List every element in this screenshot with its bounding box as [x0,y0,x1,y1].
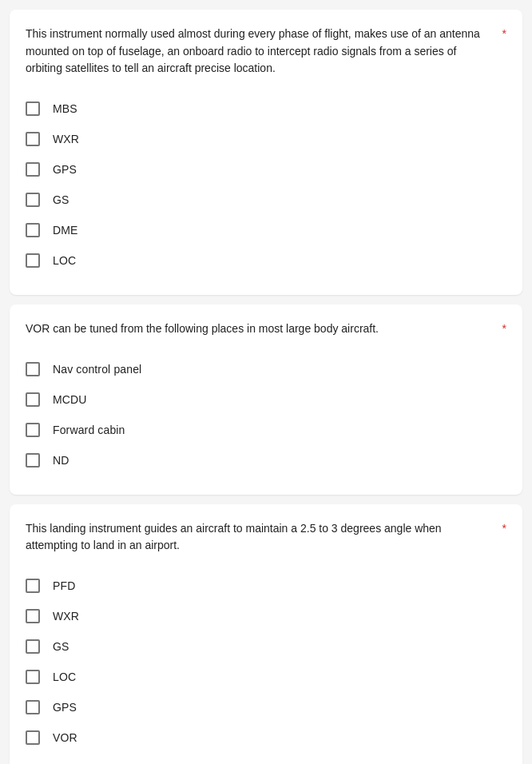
option-label-q2_mcdu: MCDU [53,393,87,406]
option-item-q3_gs[interactable]: GS [26,631,506,662]
question-card-2: VOR can be tuned from the following plac… [10,304,522,495]
option-label-q1_gps: GPS [53,163,77,176]
checkbox-q1_gs[interactable] [26,193,40,207]
option-item-q1_gps[interactable]: GPS [26,154,506,185]
checkbox-q1_loc[interactable] [26,253,40,268]
checkbox-q1_wxr[interactable] [26,132,40,146]
option-label-q3_gps: GPS [53,701,77,714]
checkbox-q2_fc[interactable] [26,423,40,437]
checkbox-q1_gps[interactable] [26,162,40,177]
question-text-1: This instrument normally used almost dur… [26,26,506,78]
option-item-q2_nd[interactable]: ND [26,445,506,476]
option-item-q2_nav[interactable]: Nav control panel [26,354,506,384]
question-text-3: This landing instrument guides an aircra… [26,520,506,555]
checkbox-q2_nav[interactable] [26,362,40,376]
option-label-q2_fc: Forward cabin [53,424,125,436]
option-label-q1_loc: LOC [53,254,76,267]
option-item-q1_mbs[interactable]: MBS [26,94,506,124]
options-list-2: Nav control panelMCDUForward cabinND [26,354,506,476]
option-item-q2_fc[interactable]: Forward cabin [26,415,506,445]
checkbox-q3_wxr[interactable] [26,609,40,623]
option-label-q3_vor: VOR [53,731,77,744]
checkbox-q3_gps[interactable] [26,700,40,714]
option-item-q3_loc[interactable]: LOC [26,662,506,692]
question-text-2: VOR can be tuned from the following plac… [26,320,506,338]
checkbox-q1_dme[interactable] [26,223,40,237]
option-label-q3_gs: GS [53,640,69,653]
required-star-1: * [502,26,506,43]
option-item-q3_wxr[interactable]: WXR [26,601,506,631]
option-label-q3_wxr: WXR [53,610,79,623]
required-star-3: * [502,520,506,538]
option-label-q3_loc: LOC [53,670,76,683]
option-label-q1_mbs: MBS [53,102,77,115]
page-container: This instrument normally used almost dur… [0,0,532,764]
option-label-q3_pfd: PFD [53,579,75,592]
option-item-q3_gps[interactable]: GPS [26,692,506,722]
option-item-q1_wxr[interactable]: WXR [26,124,506,154]
required-star-2: * [502,320,506,338]
option-item-q1_loc[interactable]: LOC [26,245,506,276]
checkbox-q3_vor[interactable] [26,730,40,745]
checkbox-q3_gs[interactable] [26,639,40,654]
checkbox-q2_nd[interactable] [26,453,40,468]
option-item-q1_gs[interactable]: GS [26,185,506,215]
question-card-1: This instrument normally used almost dur… [10,10,522,295]
option-label-q1_gs: GS [53,193,69,206]
checkbox-q1_mbs[interactable] [26,101,40,116]
option-item-q1_dme[interactable]: DME [26,215,506,245]
option-label-q1_wxr: WXR [53,133,79,145]
option-label-q2_nav: Nav control panel [53,363,141,376]
question-card-3: This landing instrument guides an aircra… [10,504,522,764]
option-label-q1_dme: DME [53,224,78,237]
options-list-1: MBSWXRGPSGSDMELOC [26,94,506,276]
option-item-q3_pfd[interactable]: PFD [26,571,506,601]
checkbox-q3_pfd[interactable] [26,579,40,593]
options-list-3: PFDWXRGSLOCGPSVOR [26,571,506,753]
option-item-q3_vor[interactable]: VOR [26,722,506,753]
option-item-q2_mcdu[interactable]: MCDU [26,384,506,415]
checkbox-q3_loc[interactable] [26,670,40,684]
option-label-q2_nd: ND [53,454,69,467]
checkbox-q2_mcdu[interactable] [26,392,40,407]
